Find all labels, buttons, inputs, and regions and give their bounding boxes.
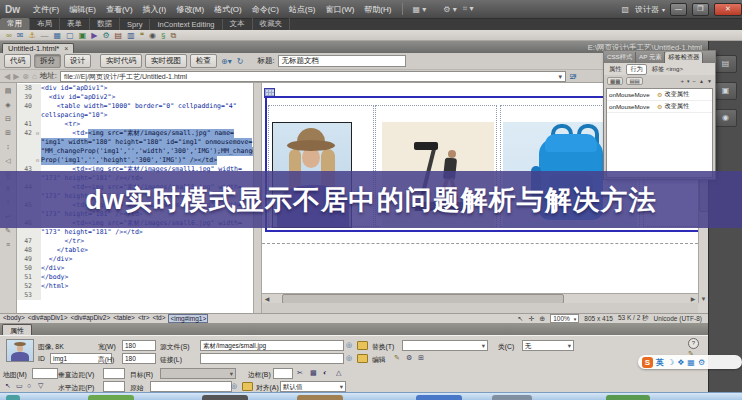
- close-tab-icon[interactable]: ×: [64, 45, 68, 52]
- table-icon[interactable]: ▦: [54, 31, 62, 40]
- help-icon[interactable]: ?: [688, 338, 699, 349]
- tag-crumb[interactable]: <div#apDiv2>: [70, 314, 110, 323]
- width-field[interactable]: 180: [122, 340, 156, 351]
- layout-switcher-icon[interactable]: ▦ ▾: [412, 5, 426, 14]
- insert-tab[interactable]: 常用: [0, 18, 30, 30]
- collapse-marker-icon[interactable]: ⊟: [34, 156, 41, 165]
- zoom-tool-icon[interactable]: ⊕: [539, 315, 545, 323]
- head-icon[interactable]: ◉: [149, 31, 156, 40]
- workspace-switcher[interactable]: 设计器: [635, 4, 659, 15]
- collapse-marker-icon[interactable]: [34, 228, 41, 237]
- alt-field[interactable]: ▾: [402, 340, 488, 351]
- edit-settings-icon[interactable]: ⚙: [406, 354, 412, 362]
- collapse-marker-icon[interactable]: ⊟: [34, 129, 41, 138]
- hand-tool-icon[interactable]: ✛: [528, 315, 534, 323]
- scroll-down-icon[interactable]: ▼: [699, 296, 709, 302]
- live-view-button[interactable]: 实时视图: [145, 54, 187, 68]
- taskbar-button[interactable]: [297, 395, 343, 400]
- scrollbar-thumb[interactable]: [282, 294, 564, 304]
- behavior-row[interactable]: onMouseMove ⚙ 改变属性: [607, 101, 712, 113]
- email-link-icon[interactable]: ✉: [17, 31, 24, 40]
- collapse-marker-icon[interactable]: [34, 273, 41, 282]
- menu-item[interactable]: 命令(C): [247, 2, 284, 17]
- preview-globe-icon[interactable]: ⊕▾: [221, 57, 232, 66]
- behavior-row[interactable]: onMouseMove ⚙ 改变属性: [607, 89, 712, 101]
- inspect-button[interactable]: 检查: [190, 54, 217, 68]
- menu-item[interactable]: 文件(F): [28, 2, 64, 17]
- coding-tool-icon[interactable]: ▤: [5, 87, 12, 94]
- move-down-button[interactable]: ▼: [707, 78, 712, 84]
- ime-symbols-icon[interactable]: ❖: [677, 358, 684, 367]
- vspace-field[interactable]: [103, 368, 125, 379]
- horizontal-rule-icon[interactable]: ―: [41, 31, 49, 40]
- ime-keyboard-icon[interactable]: ▦: [687, 358, 695, 367]
- panel-tab[interactable]: CSS样式: [604, 52, 636, 63]
- browser-monitor-icon[interactable]: 🖳: [569, 72, 577, 81]
- script-icon[interactable]: §: [161, 31, 165, 40]
- link-field[interactable]: [200, 353, 344, 364]
- template-icon[interactable]: ⧉: [170, 31, 176, 40]
- browse-folder-icon[interactable]: [357, 354, 368, 363]
- comment-icon[interactable]: ❝: [140, 31, 144, 40]
- menu-item[interactable]: 站点(S): [284, 2, 321, 17]
- image-icon[interactable]: ▣: [79, 31, 87, 40]
- coding-tool-icon[interactable]: ⊟: [5, 115, 11, 122]
- insert-tab[interactable]: 表单: [60, 18, 90, 30]
- panel-tab[interactable]: 标签检查器: [665, 52, 703, 63]
- refresh-icon[interactable]: ↻: [237, 57, 244, 66]
- circle-hotspot-icon[interactable]: ○: [27, 382, 31, 389]
- tag-crumb[interactable]: <table>: [113, 314, 135, 323]
- insert-tab[interactable]: 布局: [30, 18, 60, 30]
- panel-tab[interactable]: AP 元素: [636, 52, 665, 63]
- insert-div-icon[interactable]: ▢: [66, 31, 74, 40]
- stop-icon[interactable]: ⊗: [22, 72, 29, 81]
- menu-item[interactable]: 修改(M): [171, 2, 209, 17]
- scroll-left-icon[interactable]: ◀: [262, 295, 272, 302]
- collapse-marker-icon[interactable]: [34, 246, 41, 255]
- snippets-panel-icon[interactable]: ◉: [715, 109, 737, 127]
- close-button[interactable]: ✕: [714, 3, 742, 16]
- taskbar-button[interactable]: [416, 395, 462, 400]
- pointer-hotspot-icon[interactable]: ↖: [5, 382, 11, 390]
- collapse-marker-icon[interactable]: [34, 111, 41, 120]
- server-include-icon[interactable]: ▥: [127, 31, 135, 40]
- class-select[interactable]: 无▾: [522, 340, 574, 351]
- named-anchor-icon[interactable]: ⚓: [28, 31, 35, 40]
- remove-behavior-button[interactable]: −: [693, 78, 697, 84]
- target-select[interactable]: ▾: [160, 368, 236, 379]
- insert-tab[interactable]: InContext Editing: [150, 19, 222, 30]
- border-field[interactable]: [273, 368, 293, 379]
- browse-folder-icon[interactable]: [357, 341, 368, 350]
- collapse-marker-icon[interactable]: [34, 147, 41, 156]
- document-tab[interactable]: Untitled-1.html* ×: [2, 43, 74, 53]
- collapse-marker-icon[interactable]: [34, 138, 41, 147]
- date-icon[interactable]: ▤: [115, 31, 123, 40]
- hspace-field[interactable]: [103, 381, 125, 392]
- tag-crumb[interactable]: <tr>: [138, 314, 150, 323]
- taskbar-button[interactable]: [6, 395, 20, 400]
- point-to-file-icon[interactable]: ◎: [231, 382, 237, 390]
- panel-subtab[interactable]: 属性: [606, 64, 624, 75]
- collapse-marker-icon[interactable]: [34, 120, 41, 129]
- resample-icon[interactable]: ▩: [310, 369, 317, 377]
- brightness-contrast-icon[interactable]: ◐: [323, 369, 327, 376]
- ime-logo-icon[interactable]: S: [642, 357, 653, 368]
- tag-crumb[interactable]: <body>: [3, 314, 25, 323]
- extend-icon[interactable]: ⚙ ▾: [443, 5, 456, 14]
- collapse-marker-icon[interactable]: [34, 93, 41, 102]
- scroll-right-icon[interactable]: ▶: [688, 295, 698, 302]
- horizontal-scrollbar[interactable]: ◀ ▶: [262, 293, 698, 303]
- widget-icon[interactable]: ⚙: [102, 31, 109, 40]
- minimize-button[interactable]: —: [670, 3, 687, 16]
- design-view-button[interactable]: 设计: [64, 54, 91, 68]
- original-field[interactable]: [150, 381, 232, 392]
- menu-item[interactable]: 查看(V): [101, 2, 138, 17]
- restore-button[interactable]: ❐: [692, 3, 709, 16]
- panel-subtab[interactable]: 行为: [626, 64, 646, 75]
- menu-item[interactable]: 窗口(W): [320, 2, 359, 17]
- point-to-file-icon[interactable]: ◎: [346, 341, 352, 349]
- forward-icon[interactable]: ▶: [13, 72, 19, 81]
- coding-tool-icon[interactable]: ≡: [6, 241, 10, 248]
- tag-crumb[interactable]: <div#apDiv1>: [28, 314, 68, 323]
- site-icon[interactable]: ⌗ ▾: [463, 4, 474, 14]
